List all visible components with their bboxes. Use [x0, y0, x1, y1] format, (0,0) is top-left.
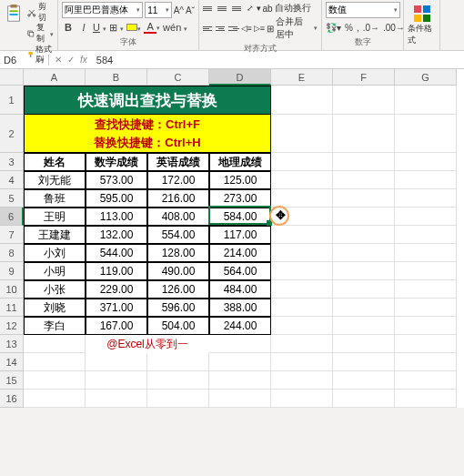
increase-decimal-button[interactable]: .0→	[363, 23, 379, 33]
row-header[interactable]: 15	[0, 371, 24, 390]
increase-font-button[interactable]: A^	[174, 5, 184, 15]
row-header[interactable]: 5	[0, 189, 24, 208]
select-all-corner[interactable]	[0, 69, 24, 86]
eng-cell[interactable]: 126.00	[147, 280, 209, 299]
geo-cell[interactable]: 564.00	[209, 262, 271, 280]
header-cell[interactable]: 姓名	[24, 153, 86, 171]
col-header-a[interactable]: A	[24, 69, 86, 86]
font-name-select[interactable]: 阿里巴巴普惠体▾	[62, 2, 143, 18]
eng-cell[interactable]: 216.00	[147, 189, 209, 208]
row-header[interactable]: 9	[0, 262, 24, 280]
decrease-font-button[interactable]: A˘	[186, 5, 195, 15]
math-cell[interactable]: 371.00	[86, 299, 147, 317]
increase-indent-button[interactable]: ▷≡	[254, 24, 265, 33]
eng-cell[interactable]: 490.00	[147, 262, 209, 280]
eng-cell[interactable]: 408.00	[147, 208, 209, 226]
col-header-f[interactable]: F	[333, 69, 395, 86]
border-button[interactable]: ⊞ ▾	[109, 22, 124, 34]
row-header[interactable]: 1	[0, 86, 24, 115]
eng-cell[interactable]: 554.00	[147, 226, 209, 244]
geo-cell[interactable]: 484.00	[209, 280, 271, 299]
math-cell[interactable]: 119.00	[86, 262, 147, 280]
decrease-decimal-button[interactable]: .00→	[383, 23, 405, 33]
wrap-text-button[interactable]: ab 自动换行	[263, 2, 311, 15]
row-header[interactable]: 7	[0, 226, 24, 244]
watermark-cell[interactable]: @Excel从零到一	[86, 335, 209, 353]
row-header[interactable]: 4	[0, 171, 24, 189]
align-right-button[interactable]	[228, 23, 239, 34]
name-cell[interactable]: 李白	[24, 317, 86, 335]
header-cell[interactable]: 数学成绩	[86, 153, 147, 171]
cut-button[interactable]: 剪切	[27, 2, 54, 23]
math-cell[interactable]: 167.00	[86, 317, 147, 335]
geo-cell[interactable]: 584.00	[209, 208, 271, 226]
shortcut-cell[interactable]: 查找快捷键：Ctrl+F 替换快捷键：Ctrl+H	[24, 115, 271, 153]
row-header[interactable]: 8	[0, 244, 24, 262]
math-cell[interactable]: 573.00	[86, 171, 147, 189]
header-cell[interactable]: 英语成绩	[147, 153, 209, 171]
align-center-button[interactable]	[216, 23, 227, 34]
orientation-button[interactable]: ⤢ ▾	[247, 4, 261, 13]
align-top-button[interactable]	[203, 3, 216, 14]
cancel-icon[interactable]: ✕	[55, 55, 62, 65]
accounting-button[interactable]: 💱▾	[326, 23, 341, 33]
font-size-select[interactable]: 11▾	[145, 2, 172, 18]
geo-cell[interactable]: 214.00	[209, 244, 271, 262]
header-cell[interactable]: 地理成绩	[209, 153, 271, 171]
name-box[interactable]: D6▾	[0, 55, 49, 66]
geo-cell[interactable]: 244.00	[209, 317, 271, 335]
name-cell[interactable]: 鲁班	[24, 189, 86, 208]
fill-color-button[interactable]: ▾	[126, 22, 141, 33]
bold-button[interactable]: B	[62, 22, 75, 33]
underline-button[interactable]: U ▾	[93, 22, 106, 33]
geo-cell[interactable]: 125.00	[209, 171, 271, 189]
eng-cell[interactable]: 128.00	[147, 244, 209, 262]
percent-button[interactable]: %	[345, 23, 353, 33]
geo-cell[interactable]: 273.00	[209, 189, 271, 208]
number-format-select[interactable]: 数值▾	[326, 2, 400, 18]
row-header[interactable]: 12	[0, 317, 24, 335]
math-cell[interactable]: 544.00	[86, 244, 147, 262]
col-header-d[interactable]: D	[209, 69, 271, 86]
merge-center-button[interactable]: ⊞ 合并后居中 ▾	[267, 15, 318, 41]
fx-icon[interactable]: fx	[80, 55, 87, 65]
align-middle-button[interactable]	[217, 3, 230, 14]
name-cell[interactable]: 小刘	[24, 244, 86, 262]
row-header[interactable]: 13	[0, 335, 24, 353]
conditional-format-group[interactable]: 条件格式	[404, 0, 440, 50]
row-header[interactable]: 6	[0, 208, 24, 226]
formula-input[interactable]: 584	[93, 55, 464, 66]
math-cell[interactable]: 229.00	[86, 280, 147, 299]
row-header[interactable]: 11	[0, 299, 24, 317]
phonetic-button[interactable]: wén ▾	[163, 22, 187, 33]
comma-button[interactable]: ,	[357, 23, 359, 33]
name-cell[interactable]: 王建建	[24, 226, 86, 244]
align-bottom-button[interactable]	[232, 3, 245, 14]
align-left-button[interactable]	[203, 23, 214, 34]
col-header-c[interactable]: C	[147, 69, 209, 86]
row-header[interactable]: 2	[0, 115, 24, 153]
title-cell[interactable]: 快速调出查找与替换	[24, 86, 271, 115]
row-header[interactable]: 3	[0, 153, 24, 171]
font-color-button[interactable]: A▾	[144, 21, 160, 34]
eng-cell[interactable]: 504.00	[147, 317, 209, 335]
name-cell[interactable]: 刘晓	[24, 299, 86, 317]
decrease-indent-button[interactable]: ◁≡	[241, 24, 252, 33]
eng-cell[interactable]: 172.00	[147, 171, 209, 189]
row-header[interactable]: 14	[0, 353, 24, 371]
italic-button[interactable]: I	[77, 22, 90, 33]
col-header-g[interactable]: G	[395, 69, 457, 86]
name-cell[interactable]: 王明	[24, 208, 86, 226]
eng-cell[interactable]: 596.00	[147, 299, 209, 317]
math-cell[interactable]: 595.00	[86, 189, 147, 208]
name-cell[interactable]: 刘无能	[24, 171, 86, 189]
math-cell[interactable]: 113.00	[86, 208, 147, 226]
math-cell[interactable]: 132.00	[86, 226, 147, 244]
row-header[interactable]: 16	[0, 390, 24, 408]
name-cell[interactable]: 小张	[24, 280, 86, 299]
row-header[interactable]: 10	[0, 280, 24, 299]
geo-cell[interactable]: 388.00	[209, 299, 271, 317]
copy-button[interactable]: 复制 ▾	[27, 23, 54, 44]
col-header-e[interactable]: E	[271, 69, 333, 86]
confirm-icon[interactable]: ✓	[67, 55, 75, 65]
